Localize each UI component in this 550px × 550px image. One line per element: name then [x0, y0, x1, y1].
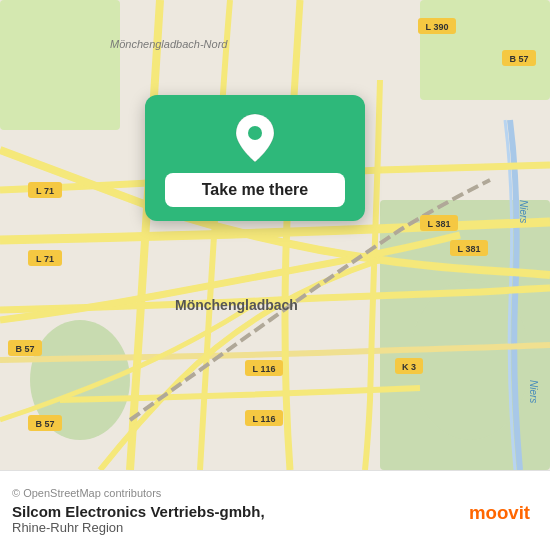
copyright-text: © OpenStreetMap contributors — [12, 487, 265, 499]
svg-text:Mönchengladbach: Mönchengladbach — [175, 297, 298, 313]
location-pin-icon — [230, 113, 280, 163]
business-name: Silcom Electronics Vertriebs-gmbh, — [12, 503, 265, 520]
svg-text:L 381: L 381 — [458, 244, 481, 254]
footer-info: © OpenStreetMap contributors Silcom Elec… — [12, 487, 265, 535]
svg-text:B 57: B 57 — [35, 419, 54, 429]
map-svg: L 71 L 71 B 57 L 381 L 381 L 116 L 116 K… — [0, 0, 550, 470]
svg-text:L 381: L 381 — [428, 219, 451, 229]
popup-card[interactable]: Take me there — [145, 95, 365, 221]
svg-text:Niers: Niers — [518, 200, 529, 223]
svg-text:L 116: L 116 — [253, 364, 276, 374]
svg-rect-2 — [0, 0, 120, 130]
svg-text:B 57: B 57 — [15, 344, 34, 354]
take-me-there-button[interactable]: Take me there — [165, 173, 345, 207]
svg-text:L 116: L 116 — [253, 414, 276, 424]
map-container: L 71 L 71 B 57 L 381 L 381 L 116 L 116 K… — [0, 0, 550, 470]
svg-text:B 57: B 57 — [509, 54, 528, 64]
svg-text:Niers: Niers — [528, 380, 539, 403]
svg-text:L 71: L 71 — [36, 186, 54, 196]
svg-text:moovit: moovit — [469, 501, 530, 522]
svg-text:Mönchengladbach-Nord: Mönchengladbach-Nord — [110, 38, 228, 50]
svg-text:L 71: L 71 — [36, 254, 54, 264]
svg-text:K 3: K 3 — [402, 362, 416, 372]
business-region: Rhine-Ruhr Region — [12, 520, 265, 535]
svg-point-32 — [248, 126, 262, 140]
footer: © OpenStreetMap contributors Silcom Elec… — [0, 470, 550, 550]
svg-text:L 390: L 390 — [426, 22, 449, 32]
moovit-logo: moovit — [466, 493, 536, 529]
